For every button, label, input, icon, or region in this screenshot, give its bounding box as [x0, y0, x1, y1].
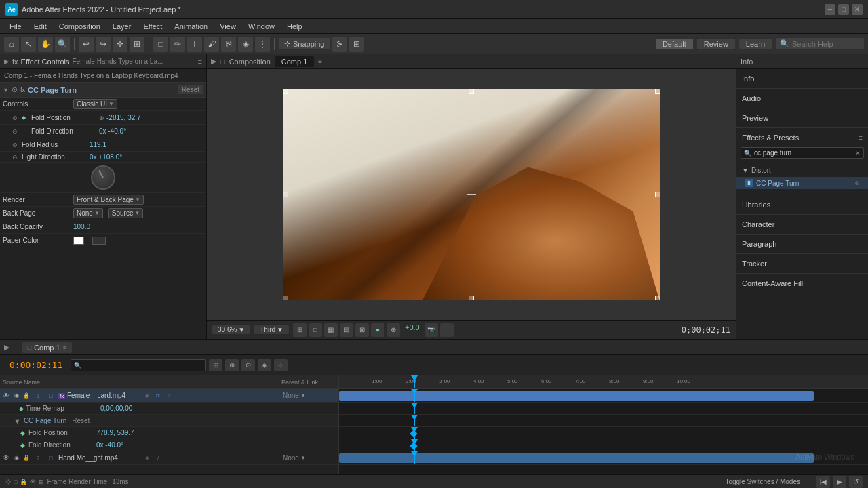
- transform-tool[interactable]: ⊞: [130, 37, 144, 52]
- viewer-btn-6[interactable]: ●: [371, 323, 384, 337]
- toggle-switches-modes[interactable]: Toggle Switches / Modes: [725, 478, 800, 485]
- timeline-search-input[interactable]: [84, 361, 203, 369]
- handle-top-left[interactable]: [283, 89, 288, 94]
- cc-page-turn-effect-item[interactable]: II CC Page Turn ⊕: [736, 177, 868, 189]
- menu-composition[interactable]: Composition: [54, 21, 106, 32]
- viewer-btn-5[interactable]: ⊠: [355, 323, 369, 337]
- play-btn[interactable]: ▶: [833, 476, 846, 488]
- comp-tab-1[interactable]: Comp 1: [275, 56, 315, 67]
- menu-help[interactable]: Help: [281, 21, 308, 32]
- anim-expand[interactable]: ⊹: [5, 478, 11, 485]
- viewer-btn-7[interactable]: ⊕: [387, 323, 400, 337]
- pen-tool[interactable]: ✏: [170, 37, 185, 52]
- layer-2-vis-icon[interactable]: 👁: [1, 454, 11, 462]
- fold-radius-value[interactable]: 119.1: [90, 141, 203, 148]
- help-search-input[interactable]: [792, 40, 860, 48]
- viewer-btn-3[interactable]: ▦: [324, 323, 338, 337]
- layer-1-sw-3[interactable]: /: [164, 391, 174, 401]
- viewer-btn-4[interactable]: ⊟: [340, 323, 353, 337]
- view-mode-dropdown[interactable]: Third ▼: [254, 325, 289, 334]
- fold-position-value[interactable]: -2815, 32.7: [106, 114, 203, 121]
- light-direction-dial[interactable]: [91, 165, 115, 190]
- timeline-expand-icon[interactable]: ▶: [4, 343, 9, 352]
- learn-mode-button[interactable]: Learn: [739, 39, 772, 49]
- layer-1-solo-icon[interactable]: ◉: [12, 392, 21, 399]
- layer-2-sw-1[interactable]: ◈: [142, 453, 152, 463]
- paragraph-title[interactable]: Paragraph: [736, 237, 868, 251]
- menu-file[interactable]: File: [4, 21, 27, 32]
- tl-ctrl-4[interactable]: ◈: [258, 359, 271, 371]
- undo-button[interactable]: ↩: [79, 37, 94, 52]
- timeline-comp-menu[interactable]: ≡: [63, 344, 66, 351]
- timeline-comp-tab[interactable]: □ Comp 1 ≡: [22, 342, 72, 353]
- hand-tool[interactable]: ✋: [38, 37, 53, 52]
- redo-button[interactable]: ↪: [96, 37, 111, 52]
- layer-1-sw-2[interactable]: fx: [153, 391, 163, 401]
- layer-2-solo-icon[interactable]: ◉: [12, 455, 21, 461]
- controls-dropdown[interactable]: Classic UI ▼: [73, 99, 117, 109]
- layer-2-track[interactable]: [339, 451, 868, 465]
- view-icon[interactable]: 👁: [30, 479, 36, 485]
- menu-animation[interactable]: Animation: [169, 21, 213, 32]
- tl-ctrl-5[interactable]: ⊹: [274, 359, 288, 371]
- playhead[interactable]: [414, 375, 415, 388]
- character-title[interactable]: Character: [736, 218, 868, 231]
- section-expand-icon[interactable]: ▼: [3, 87, 9, 94]
- composition-canvas[interactable]: [283, 89, 660, 300]
- rect-tool[interactable]: □: [153, 37, 168, 52]
- snap-icon[interactable]: ⊱: [332, 37, 347, 52]
- snapping-toggle[interactable]: ⊹ Snapping: [279, 38, 330, 49]
- render-dropdown[interactable]: Front & Back Page ▼: [73, 195, 144, 205]
- viewer-btn-2[interactable]: □: [309, 323, 322, 337]
- panel-collapse-icon[interactable]: ▶: [4, 58, 9, 65]
- copy-effect-icon[interactable]: ⊕: [854, 180, 860, 186]
- layer-2-lock-icon[interactable]: 🔒: [22, 455, 31, 461]
- clone-tool[interactable]: ⎘: [221, 37, 236, 52]
- tl-fold-position-key-icon[interactable]: ◆: [20, 430, 28, 436]
- tl-ctrl-2[interactable]: ⊕: [225, 359, 239, 371]
- expand-icon-2[interactable]: ⊞: [39, 479, 44, 485]
- layer-1-parent-arrow[interactable]: ▼: [300, 392, 306, 399]
- home-button[interactable]: ⌂: [4, 37, 19, 52]
- handle-bottom-left[interactable]: [283, 296, 288, 300]
- layer-2-sw-2[interactable]: /: [153, 453, 163, 463]
- layer-2-parent-arrow[interactable]: ▼: [300, 455, 306, 461]
- loop-btn[interactable]: ↺: [849, 476, 863, 488]
- tl-fold-direction-value[interactable]: 0x -40.0°: [96, 441, 123, 449]
- effects-presets-header[interactable]: Effects & Presets ≡: [736, 131, 868, 144]
- minimize-button[interactable]: ─: [825, 4, 835, 15]
- cc-page-turn-reset-btn[interactable]: Reset: [72, 417, 90, 424]
- fold-position-icon[interactable]: ⊙: [12, 115, 22, 121]
- fold-direction-icon[interactable]: ⊙: [12, 128, 22, 135]
- time-ruler[interactable]: 1:00 2:00 3:00 4:00 5:00 6:00 7:00 8:00 …: [339, 375, 868, 389]
- effects-search-input[interactable]: [754, 149, 852, 157]
- effects-clear-icon[interactable]: ✕: [855, 150, 861, 157]
- back-opacity-value[interactable]: 100.0: [73, 223, 90, 230]
- time-remap-key-icon[interactable]: ◆: [19, 405, 24, 412]
- help-search[interactable]: 🔍: [776, 38, 864, 49]
- info-title[interactable]: Info: [736, 72, 868, 85]
- handle-bottom-mid[interactable]: [469, 296, 474, 300]
- fx-checkbox[interactable]: ⊙: [12, 85, 18, 94]
- layer-1-sw-1[interactable]: ◈: [142, 391, 152, 401]
- tl-ctrl-3[interactable]: ⊙: [241, 359, 255, 371]
- tl-fold-position-value[interactable]: 778.9, 539.7: [96, 429, 134, 436]
- layer-2-row[interactable]: 👁 ◉ 🔒 2 □ Hand Mo__ght.mp4 ◈ / None ▼: [0, 451, 338, 465]
- tracker-title[interactable]: Tracker: [736, 257, 868, 270]
- preview-title[interactable]: Preview: [736, 111, 868, 125]
- text-tool[interactable]: T: [187, 37, 202, 52]
- paper-color-dark-swatch[interactable]: [92, 237, 106, 245]
- maximize-button[interactable]: □: [838, 4, 849, 15]
- time-remap-value[interactable]: 0;00;00;00: [100, 405, 132, 412]
- tl-fold-direction-key-icon[interactable]: ◆: [20, 442, 28, 449]
- paper-color-white-swatch[interactable]: [73, 237, 84, 245]
- menu-window[interactable]: Window: [243, 21, 280, 32]
- handle-top-right[interactable]: [655, 89, 660, 94]
- handle-mid-right[interactable]: [655, 192, 660, 197]
- menu-layer[interactable]: Layer: [107, 21, 137, 32]
- fold-direction-value[interactable]: 0x -40.0°: [99, 127, 203, 135]
- fold-position-crosshair[interactable]: ⊕: [99, 115, 104, 121]
- layer-2-bar[interactable]: [339, 453, 814, 463]
- back-page-dropdown[interactable]: None ▼: [73, 208, 103, 218]
- grid-icon[interactable]: ⊞: [349, 37, 364, 52]
